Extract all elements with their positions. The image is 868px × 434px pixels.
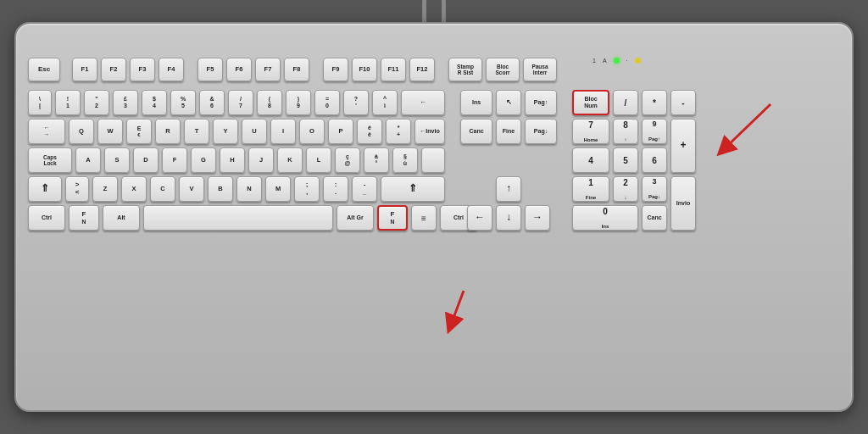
key-5[interactable]: %5 bbox=[170, 90, 196, 115]
key-enter-top[interactable]: ←Invio bbox=[415, 119, 445, 144]
key-left-alt[interactable]: Alt bbox=[103, 205, 140, 231]
key-x[interactable]: X bbox=[121, 176, 147, 202]
key-f[interactable]: F bbox=[162, 147, 187, 173]
key-0[interactable]: =0 bbox=[314, 90, 340, 115]
key-bloc-num[interactable]: BlocNum bbox=[572, 90, 609, 115]
key-f1[interactable]: F1 bbox=[72, 58, 97, 81]
key-pageup[interactable]: Pag↑ bbox=[525, 90, 557, 115]
key-num6[interactable]: 6 bbox=[642, 147, 667, 173]
key-q[interactable]: Q bbox=[69, 119, 94, 144]
key-e[interactable]: E€ bbox=[126, 119, 152, 144]
key-f8[interactable]: F8 bbox=[284, 58, 309, 81]
key-f4[interactable]: F4 bbox=[159, 58, 184, 81]
key-p[interactable]: P bbox=[328, 119, 353, 144]
key-e-accent[interactable]: éè bbox=[357, 119, 382, 144]
key-canc[interactable]: Canc bbox=[460, 119, 492, 144]
key-question[interactable]: ?' bbox=[343, 90, 369, 115]
key-f2[interactable]: F2 bbox=[101, 58, 126, 81]
key-num8[interactable]: 8↑ bbox=[613, 119, 638, 144]
key-num-canc[interactable]: Canc bbox=[642, 205, 667, 231]
key-c[interactable]: C bbox=[150, 176, 175, 202]
key-colon[interactable]: :. bbox=[323, 176, 348, 202]
key-backslash[interactable]: \| bbox=[28, 90, 52, 115]
key-i[interactable]: I bbox=[270, 119, 296, 144]
key-1[interactable]: !1 bbox=[55, 90, 81, 115]
key-f7[interactable]: F7 bbox=[255, 58, 281, 81]
key-f6[interactable]: F6 bbox=[226, 58, 252, 81]
key-num-plus[interactable]: + bbox=[670, 119, 696, 173]
key-menu[interactable]: ≡ bbox=[411, 205, 437, 231]
key-a[interactable]: A bbox=[75, 147, 101, 173]
key-r[interactable]: R bbox=[155, 119, 181, 144]
key-3[interactable]: £3 bbox=[113, 90, 138, 115]
key-7[interactable]: /7 bbox=[228, 90, 253, 115]
key-f11[interactable]: F11 bbox=[381, 58, 406, 81]
key-2[interactable]: "2 bbox=[84, 90, 109, 115]
key-section[interactable]: §ù bbox=[392, 147, 418, 173]
key-6[interactable]: &6 bbox=[199, 90, 225, 115]
key-z[interactable]: Z bbox=[92, 176, 118, 202]
key-left-shift[interactable]: ⇑ bbox=[28, 176, 62, 202]
key-m[interactable]: M bbox=[265, 176, 291, 202]
key-caps-lock[interactable]: CapsLock bbox=[28, 147, 72, 173]
key-k[interactable]: K bbox=[277, 147, 303, 173]
key-num-minus[interactable]: - bbox=[670, 90, 696, 115]
key-fn-right[interactable]: FN bbox=[377, 205, 408, 231]
key-pagedown[interactable]: Pag↓ bbox=[525, 119, 557, 144]
key-j[interactable]: J bbox=[248, 147, 274, 173]
key-minus[interactable]: -_ bbox=[352, 176, 377, 202]
key-num3[interactable]: 3Pag↓ bbox=[642, 176, 667, 202]
key-l[interactable]: L bbox=[306, 147, 331, 173]
key-pausa[interactable]: PausaInterr bbox=[523, 58, 557, 81]
key-home[interactable]: ↖ bbox=[496, 90, 521, 115]
key-fn-left[interactable]: FN bbox=[69, 205, 99, 231]
key-bloc-scorr[interactable]: BlocScorr bbox=[486, 58, 520, 81]
key-f3[interactable]: F3 bbox=[130, 58, 155, 81]
key-arrow-up[interactable]: ↑ bbox=[496, 176, 521, 202]
key-arrow-left[interactable]: ← bbox=[467, 205, 492, 231]
key-u[interactable]: U bbox=[242, 119, 267, 144]
key-arrow-down[interactable]: ↓ bbox=[496, 205, 521, 231]
key-arrow-right[interactable]: → bbox=[525, 205, 550, 231]
key-num-enter[interactable]: Invio bbox=[670, 176, 696, 231]
key-y[interactable]: Y bbox=[213, 119, 238, 144]
key-n[interactable]: N bbox=[236, 176, 262, 202]
key-f10[interactable]: F10 bbox=[352, 58, 377, 81]
key-a-grave[interactable]: à° bbox=[364, 147, 389, 173]
key-num-asterisk[interactable]: * bbox=[642, 90, 667, 115]
key-f12[interactable]: F12 bbox=[409, 58, 435, 81]
key-ins[interactable]: Ins bbox=[460, 90, 492, 115]
key-4[interactable]: $4 bbox=[142, 90, 167, 115]
key-f5[interactable]: F5 bbox=[198, 58, 223, 81]
key-spacebar[interactable] bbox=[143, 205, 333, 231]
key-left-ctrl[interactable]: Ctrl bbox=[28, 205, 65, 231]
key-o[interactable]: O bbox=[299, 119, 325, 144]
key-num2[interactable]: 2↓ bbox=[613, 176, 638, 202]
key-num1[interactable]: 1Fine bbox=[572, 176, 609, 202]
key-fine[interactable]: Fine bbox=[496, 119, 521, 144]
key-altgr[interactable]: Alt Gr bbox=[337, 205, 374, 231]
key-esc[interactable]: Esc bbox=[28, 58, 60, 81]
key-v[interactable]: V bbox=[179, 176, 204, 202]
key-caret[interactable]: ^ì bbox=[372, 90, 398, 115]
key-backspace[interactable]: ← bbox=[401, 90, 445, 115]
key-s[interactable]: S bbox=[104, 147, 130, 173]
key-h[interactable]: H bbox=[220, 147, 245, 173]
key-angle-bracket[interactable]: >< bbox=[65, 176, 89, 202]
key-right-shift[interactable]: ⇑ bbox=[381, 176, 445, 202]
key-num5[interactable]: 5 bbox=[613, 147, 638, 173]
key-d[interactable]: D bbox=[133, 147, 159, 173]
key-9[interactable]: )9 bbox=[286, 90, 311, 115]
key-num-slash[interactable]: / bbox=[613, 90, 638, 115]
key-stamp[interactable]: StampR Sist bbox=[448, 58, 482, 81]
key-g[interactable]: G bbox=[191, 147, 216, 173]
key-enter[interactable] bbox=[421, 147, 445, 173]
key-w[interactable]: W bbox=[97, 119, 123, 144]
key-f9[interactable]: F9 bbox=[323, 58, 348, 81]
key-c-cedilla[interactable]: ç@ bbox=[335, 147, 360, 173]
key-num0[interactable]: 0Ins bbox=[572, 205, 638, 231]
key-t[interactable]: T bbox=[184, 119, 209, 144]
key-num7[interactable]: 7Home bbox=[572, 119, 609, 144]
key-8[interactable]: (8 bbox=[257, 90, 282, 115]
key-num9[interactable]: 9Pag↑ bbox=[642, 119, 667, 144]
